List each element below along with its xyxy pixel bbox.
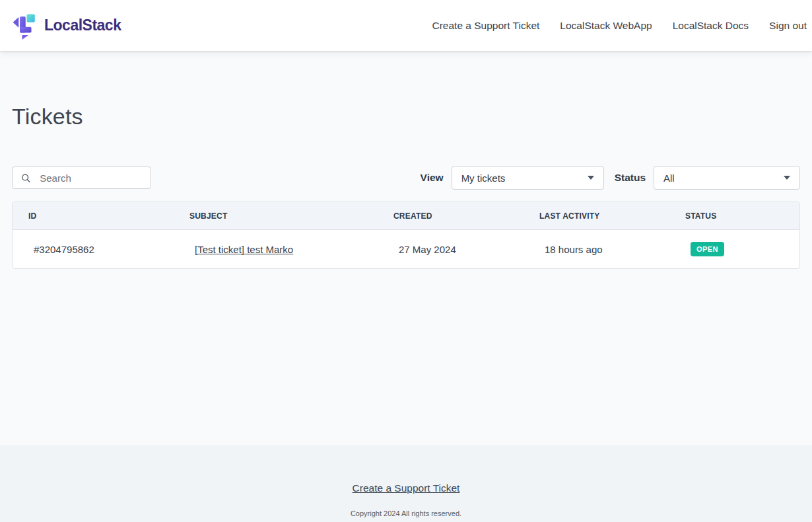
tickets-table-card: ID SUBJECT CREATED LAST ACTIVITY STATUS … bbox=[12, 202, 800, 269]
search-icon bbox=[20, 172, 31, 184]
ticket-subject-cell: [Test ticket] test Marko bbox=[174, 230, 378, 269]
column-header-created: CREATED bbox=[378, 202, 524, 230]
footer: Create a Support Ticket Copyright 2024 A… bbox=[0, 445, 812, 522]
view-filter-label: View bbox=[421, 172, 444, 184]
nav-localstack-docs[interactable]: LocalStack Docs bbox=[673, 20, 749, 32]
column-header-status: STATUS bbox=[669, 202, 800, 230]
filters: View My tickets Status All bbox=[421, 166, 800, 190]
localstack-logo-icon bbox=[11, 12, 38, 40]
brand-logo[interactable]: LocalStack bbox=[11, 12, 121, 40]
caret-down-icon bbox=[784, 176, 790, 180]
ticket-created-cell: 27 May 2024 bbox=[378, 230, 524, 269]
copyright-text: Copyright 2024 All rights reserved. bbox=[0, 509, 812, 517]
nav-sign-out[interactable]: Sign out bbox=[769, 20, 807, 32]
status-select-value: All bbox=[663, 172, 675, 184]
search-input[interactable] bbox=[38, 172, 145, 184]
column-header-last-activity: LAST ACTIVITY bbox=[524, 202, 669, 230]
nav-localstack-webapp[interactable]: LocalStack WebApp bbox=[560, 20, 652, 32]
caret-down-icon bbox=[588, 176, 594, 180]
status-select[interactable]: All bbox=[654, 166, 800, 190]
navbar: LocalStack Create a Support Ticket Local… bbox=[0, 0, 812, 51]
column-header-id: ID bbox=[13, 202, 174, 230]
column-header-subject: SUBJECT bbox=[174, 202, 378, 230]
ticket-last-activity-cell: 18 hours ago bbox=[524, 230, 669, 269]
page-title: Tickets bbox=[12, 104, 800, 130]
ticket-subject-link[interactable]: [Test ticket] test Marko bbox=[195, 244, 293, 255]
ticket-id-cell: #3204795862 bbox=[13, 230, 174, 269]
table-row: #3204795862 [Test ticket] test Marko 27 … bbox=[13, 230, 800, 269]
brand-name: LocalStack bbox=[44, 17, 121, 34]
nav-links: Create a Support Ticket LocalStack WebAp… bbox=[432, 20, 807, 32]
search-box[interactable] bbox=[12, 167, 151, 189]
tickets-table: ID SUBJECT CREATED LAST ACTIVITY STATUS … bbox=[13, 202, 800, 268]
view-select-value: My tickets bbox=[461, 172, 506, 184]
ticket-status-cell: OPEN bbox=[669, 230, 800, 269]
main-content: Tickets View My tickets Status All bbox=[0, 51, 812, 445]
nav-create-support-ticket[interactable]: Create a Support Ticket bbox=[432, 20, 540, 32]
status-filter-label: Status bbox=[615, 172, 646, 184]
footer-create-support-ticket-link[interactable]: Create a Support Ticket bbox=[353, 482, 460, 494]
status-badge: OPEN bbox=[691, 242, 724, 256]
controls-row: View My tickets Status All bbox=[12, 166, 800, 190]
table-header-row: ID SUBJECT CREATED LAST ACTIVITY STATUS bbox=[13, 202, 800, 230]
view-select[interactable]: My tickets bbox=[452, 166, 604, 190]
